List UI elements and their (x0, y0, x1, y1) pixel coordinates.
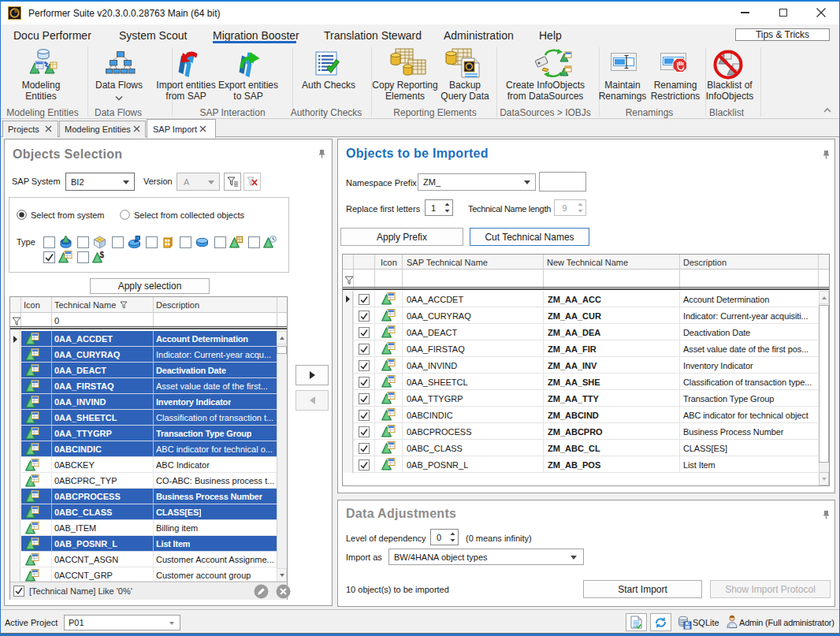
svg-text:$: $ (100, 251, 105, 259)
